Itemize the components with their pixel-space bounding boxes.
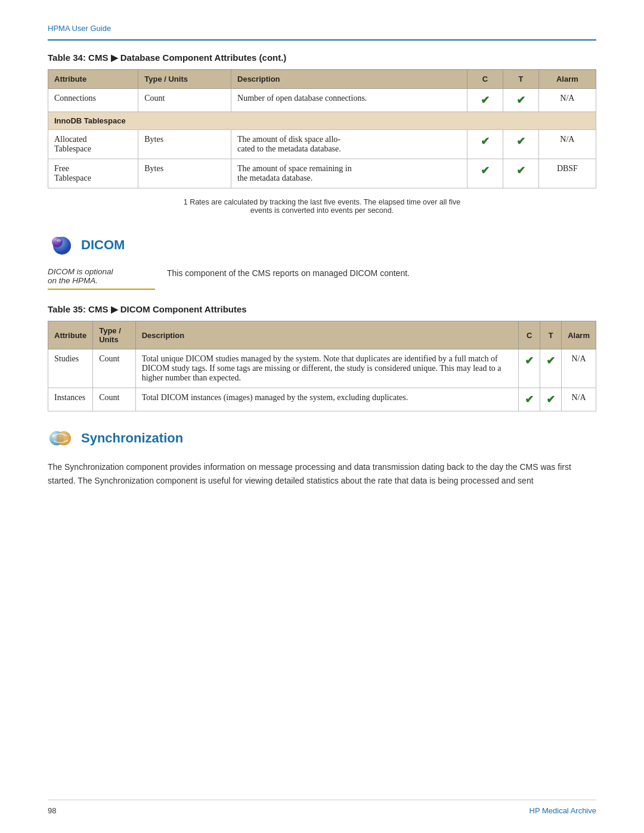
col-type-units: Type / Units: [93, 321, 135, 349]
cell-t: ✔: [503, 130, 538, 159]
table-row: Instances Count Total DICOM instances (i…: [48, 388, 596, 411]
footnote: 1 Rates are calculated by tracking the l…: [48, 198, 596, 215]
col-t: T: [540, 321, 562, 349]
dicom-optional-note: DICOM is optionalon the HPMA.: [48, 267, 155, 290]
cell-attribute: Studies: [48, 349, 93, 388]
cell-attribute: Instances: [48, 388, 93, 411]
footer-page: 98: [48, 806, 56, 815]
svg-point-1: [52, 237, 63, 247]
cell-description: Number of open database connections.: [231, 89, 467, 112]
sync-section: Synchronization The Synchronization comp…: [48, 426, 596, 488]
col-description: Description: [135, 321, 518, 349]
table-subheader: InnoDB Tablespace: [48, 112, 596, 130]
table35-title: Table 35: CMS ▶ DICOM Component Attribut…: [48, 304, 596, 315]
subheader-label: InnoDB Tablespace: [48, 112, 596, 130]
cell-c: ✔: [467, 130, 503, 159]
table-row: AllocatedTablespace Bytes The amount of …: [48, 130, 596, 159]
table35: Attribute Type / Units Description C T A…: [48, 321, 596, 411]
cell-alarm: N/A: [538, 130, 596, 159]
cell-alarm: N/A: [562, 349, 596, 388]
col-c: C: [519, 321, 540, 349]
table-row: Connections Count Number of open databas…: [48, 89, 596, 112]
footnote-line1: 1 Rates are calculated by tracking the l…: [48, 198, 596, 206]
table34-section: Table 34: CMS ▶ Database Component Attri…: [48, 52, 596, 215]
cell-attribute: FreeTablespace: [48, 159, 138, 188]
cell-description: The amount of disk space allo-cated to t…: [231, 130, 467, 159]
dicom-icon: [48, 233, 73, 258]
col-type-units: Type / Units: [138, 70, 231, 89]
sync-heading: Synchronization: [48, 426, 596, 451]
footer: 98 HP Medical Archive: [48, 800, 596, 815]
col-alarm: Alarm: [562, 321, 596, 349]
table-row: FreeTablespace Bytes The amount of space…: [48, 159, 596, 188]
cell-attribute: Connections: [48, 89, 138, 112]
col-attribute: Attribute: [48, 70, 138, 89]
cell-type: Bytes: [138, 159, 231, 188]
cell-description: The amount of space remaining inthe meta…: [231, 159, 467, 188]
header: HPMA User Guide: [48, 24, 596, 33]
dicom-description: This component of the CMS reports on man…: [167, 267, 410, 290]
cell-type: Count: [93, 349, 135, 388]
cell-t: ✔: [540, 388, 562, 411]
cell-t: ✔: [503, 89, 538, 112]
cell-c: ✔: [519, 349, 540, 388]
svg-point-2: [57, 239, 61, 242]
dicom-heading: DICOM: [48, 233, 596, 258]
col-t: T: [503, 70, 538, 89]
header-link[interactable]: HPMA User Guide: [48, 24, 111, 33]
cell-c: ✔: [467, 159, 503, 188]
cell-t: ✔: [503, 159, 538, 188]
col-description: Description: [231, 70, 467, 89]
cell-attribute: AllocatedTablespace: [48, 130, 138, 159]
cell-alarm: N/A: [538, 89, 596, 112]
cell-type: Count: [93, 388, 135, 411]
footer-brand: HP Medical Archive: [530, 806, 596, 815]
table34-title: Table 34: CMS ▶ Database Component Attri…: [48, 52, 596, 63]
sync-description: The Synchronization component provides i…: [48, 460, 596, 488]
cell-type: Bytes: [138, 130, 231, 159]
cell-c: ✔: [519, 388, 540, 411]
footnote-line2: events is converted into events per seco…: [48, 206, 596, 215]
col-attribute: Attribute: [48, 321, 93, 349]
dicom-title: DICOM: [81, 237, 125, 253]
cell-alarm: DBSF: [538, 159, 596, 188]
table-row: Studies Count Total unique DICOM studies…: [48, 349, 596, 388]
dicom-intro: DICOM is optionalon the HPMA. This compo…: [48, 267, 596, 290]
sync-title: Synchronization: [81, 431, 183, 446]
dicom-section: DICOM DICOM is optionalon the HPMA. This…: [48, 233, 596, 411]
cell-description: Total unique DICOM studies managed by th…: [135, 349, 518, 388]
table34: Attribute Type / Units Description C T A…: [48, 69, 596, 188]
cell-alarm: N/A: [562, 388, 596, 411]
cell-type: Count: [138, 89, 231, 112]
sync-icon: [48, 426, 73, 451]
cell-c: ✔: [467, 89, 503, 112]
svg-point-4: [57, 431, 71, 445]
header-rule: [48, 39, 596, 41]
cell-t: ✔: [540, 349, 562, 388]
col-alarm: Alarm: [538, 70, 596, 89]
col-c: C: [467, 70, 503, 89]
cell-description: Total DICOM instances (images) managed b…: [135, 388, 518, 411]
